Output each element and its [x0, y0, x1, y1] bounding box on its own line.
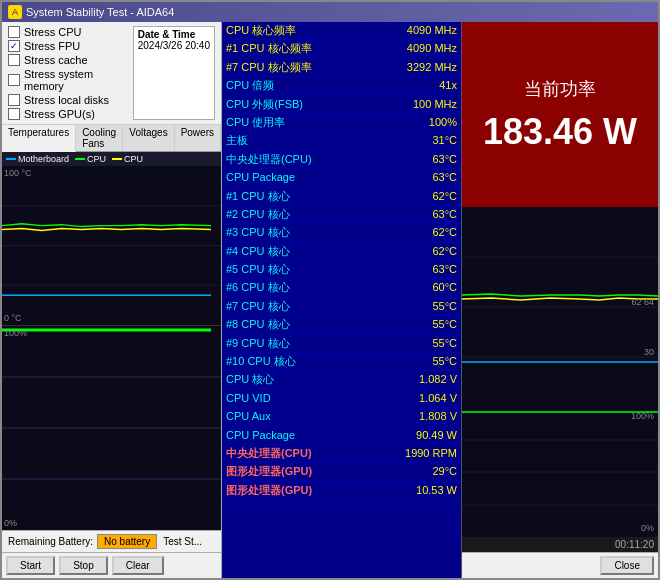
metric-label-5: CPU 使用率 [222, 113, 365, 131]
stress-checkboxes: Stress CPU ✓ Stress FPU Stress cache Str… [8, 26, 125, 120]
clear-button[interactable]: Clear [112, 556, 164, 575]
metric-value-9: 62°C [365, 187, 461, 205]
metric-label-23: 中央处理器(CPU) [222, 444, 365, 462]
stop-button[interactable]: Stop [59, 556, 108, 575]
right-top-chart: 62 64 30 [462, 207, 658, 407]
checkbox-stress-gpu[interactable]: Stress GPU(s) [8, 108, 125, 120]
checkbox-gpu-label: Stress GPU(s) [24, 108, 95, 120]
metric-value-22: 90.49 W [365, 426, 461, 444]
right-chart-0-label: 0% [641, 523, 654, 533]
timer-bar: 00:11:20 [462, 537, 658, 552]
metric-value-1: 4090 MHz [365, 40, 461, 58]
datetime-box: Date & Time 2024/3/26 20:40 [133, 26, 215, 120]
chart-top-label: 100 °C [4, 168, 32, 178]
metric-label-24: 图形处理器(GPU) [222, 463, 365, 481]
bottom-chart-bottom-label: 0% [4, 518, 17, 528]
metric-label-4: CPU 外频(FSB) [222, 95, 365, 113]
right-bottom-chart: 100% 0% [462, 407, 658, 537]
metric-label-19: CPU 核心 [222, 371, 365, 389]
right-chart-label-30: 30 [644, 347, 654, 357]
app-icon: A [8, 5, 22, 19]
metric-value-4: 100 MHz [365, 95, 461, 113]
content-area: Stress CPU ✓ Stress FPU Stress cache Str… [2, 22, 658, 578]
metric-label-1: #1 CPU 核心频率 [222, 40, 365, 58]
checkbox-stress-cache[interactable]: Stress cache [8, 54, 125, 66]
legend-cpu2-color [112, 158, 122, 160]
metric-label-7: 中央处理器(CPU) [222, 150, 365, 168]
right-chart-100-label: 100% [631, 411, 654, 421]
tab-temperatures[interactable]: Temperatures [2, 125, 76, 152]
checkbox-cache-label: Stress cache [24, 54, 88, 66]
tab-cooling-fans[interactable]: Cooling Fans [76, 125, 123, 151]
datetime-value: 2024/3/26 20:40 [138, 40, 210, 51]
metric-label-8: CPU Package [222, 169, 365, 187]
metric-value-14: 60°C [365, 279, 461, 297]
checkbox-stress-fpu[interactable]: ✓ Stress FPU [8, 40, 125, 52]
checkbox-memory-label: Stress system memory [24, 68, 125, 92]
metric-value-6: 31°C [365, 132, 461, 150]
metric-label-25: 图形处理器(GPU) [222, 481, 365, 499]
metric-label-20: CPU VID [222, 389, 365, 407]
checkbox-memory-box[interactable] [8, 74, 20, 86]
metric-value-2: 3292 MHz [365, 58, 461, 76]
checkbox-disks-box[interactable] [8, 94, 20, 106]
metric-label-13: #5 CPU 核心 [222, 261, 365, 279]
metric-label-9: #1 CPU 核心 [222, 187, 365, 205]
tab-powers[interactable]: Powers [175, 125, 221, 151]
close-button[interactable]: Close [600, 556, 654, 575]
main-window: A System Stability Test - AIDA64 Stress … [0, 0, 660, 580]
timer-value: 00:11:20 [615, 539, 654, 550]
metric-value-17: 55°C [365, 334, 461, 352]
legend-cpu1: CPU [75, 154, 106, 164]
legend-cpu1-label: CPU [87, 154, 106, 164]
right-bottom-chart-svg [462, 407, 658, 537]
close-btn-area: Close [462, 552, 658, 578]
metric-label-18: #10 CPU 核心 [222, 353, 365, 371]
checkbox-cache-box[interactable] [8, 54, 20, 66]
bottom-chart: 100% 0% [2, 326, 221, 530]
stress-section: Stress CPU ✓ Stress FPU Stress cache Str… [2, 22, 221, 125]
metric-value-8: 63°C [365, 169, 461, 187]
metric-value-11: 62°C [365, 224, 461, 242]
bottom-bar: Remaining Battery: No battery Test St... [2, 530, 221, 552]
metric-label-14: #6 CPU 核心 [222, 279, 365, 297]
start-button[interactable]: Start [6, 556, 55, 575]
test-status: Test St... [163, 536, 202, 547]
chart-legend: Motherboard CPU CPU [2, 152, 221, 166]
checkbox-fpu-box[interactable]: ✓ [8, 40, 20, 52]
metric-value-24: 29°C [365, 463, 461, 481]
metric-value-0: 4090 MHz [365, 22, 461, 40]
metric-value-7: 63°C [365, 150, 461, 168]
checkbox-disks-label: Stress local disks [24, 94, 109, 106]
checkbox-stress-disks[interactable]: Stress local disks [8, 94, 125, 106]
metric-value-15: 55°C [365, 297, 461, 315]
metric-label-0: CPU 核心频率 [222, 22, 365, 40]
tab-voltages[interactable]: Voltages [123, 125, 174, 151]
metric-value-25: 10.53 W [365, 481, 461, 499]
metric-value-20: 1.064 V [365, 389, 461, 407]
legend-cpu2: CPU [112, 154, 143, 164]
checkbox-gpu-box[interactable] [8, 108, 20, 120]
window-title: System Stability Test - AIDA64 [26, 6, 174, 18]
bottom-chart-top-label: 100% [4, 328, 27, 338]
metric-label-17: #9 CPU 核心 [222, 334, 365, 352]
legend-motherboard-label: Motherboard [18, 154, 69, 164]
right-top-chart-svg [462, 207, 658, 407]
checkbox-cpu-box[interactable] [8, 26, 20, 38]
metric-label-15: #7 CPU 核心 [222, 297, 365, 315]
checkbox-stress-cpu[interactable]: Stress CPU [8, 26, 125, 38]
title-bar: A System Stability Test - AIDA64 [2, 2, 658, 22]
power-display: 当前功率 183.46 W [462, 22, 658, 207]
top-chart: 100 °C 0 °C [2, 166, 221, 326]
metric-value-19: 1.082 V [365, 371, 461, 389]
power-label: 当前功率 [524, 77, 596, 101]
power-value: 183.46 W [483, 111, 637, 153]
legend-motherboard: Motherboard [6, 154, 69, 164]
metrics-table: CPU 核心频率4090 MHz#1 CPU 核心频率4090 MHz#7 CP… [222, 22, 461, 500]
metric-value-16: 55°C [365, 316, 461, 334]
metric-label-6: 主板 [222, 132, 365, 150]
legend-motherboard-color [6, 158, 16, 160]
legend-cpu1-color [75, 158, 85, 160]
checkbox-stress-memory[interactable]: Stress system memory [8, 68, 125, 92]
right-panel: 当前功率 183.46 W 62 64 30 [462, 22, 658, 578]
